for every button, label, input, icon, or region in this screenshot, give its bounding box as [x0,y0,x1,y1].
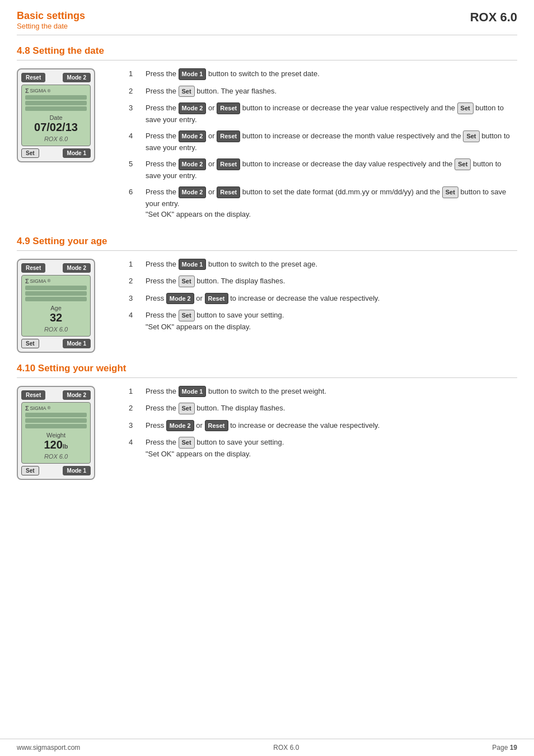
section-4.9: 4.9 Setting your ageResetMode 2Σ SIGMA®A… [17,236,517,353]
list-item: 1Press the Mode 1 button to switch to th… [129,386,517,398]
badge-set: Set [463,130,479,142]
device-display: ResetMode 2Σ SIGMA®Age32ROX 6.0SetMode 1 [17,259,95,353]
instructions-col-4.9: 1Press the Mode 1 button to switch to th… [129,259,517,353]
step-number: 1 [129,259,138,270]
step-number: 4 [129,437,138,459]
badge-set: Set [179,403,195,414]
badge-set: Set [457,102,474,114]
product-name: ROX 6.0 [470,10,517,25]
badge-set: Set [179,86,195,97]
badge-mode2: Mode 2 [179,102,207,114]
section-title: Basic settings [17,10,85,22]
screen-main-value: 120lb [44,438,68,451]
device-col-4.10: ResetMode 2Σ SIGMA®Weight120lbROX 6.0Set… [17,386,112,480]
screen-data-rows [25,95,87,111]
device-screen: Σ SIGMA®Weight120lbROX 6.0 [21,402,91,464]
device-reset-button: Reset [21,263,45,273]
device-set-button: Set [21,339,39,348]
badge-mode2: Mode 2 [179,130,207,142]
step-text: Press the Mode 1 button to switch to the… [146,259,317,270]
list-item: 2Press the Set button. The display flash… [129,403,517,414]
badge-set: Set [179,437,195,449]
step-number: 6 [129,186,138,220]
device-top-buttons: ResetMode 2 [21,263,91,273]
badge-reset: Reset [205,420,228,432]
step-number: 2 [129,86,138,97]
device-mode1-button: Mode 1 [63,148,91,158]
step-text: Press the Mode 2 or Reset button to incr… [146,158,517,181]
device-display: ResetMode 2Σ SIGMA®Date07/02/13ROX 6.0Se… [17,68,95,162]
step-text: Press the Set button. The year flashes. [146,86,277,97]
screen-row [25,291,87,296]
device-top-buttons: ResetMode 2 [21,390,91,400]
screen-row [25,106,87,111]
step-number: 5 [129,158,138,181]
step-text: Press the Set button to save your settin… [146,310,284,332]
device-mode1-button: Mode 1 [63,339,91,348]
device-mode1-button: Mode 1 [63,466,91,475]
list-item: 3Press the Mode 2 or Reset button to inc… [129,102,517,125]
instruction-list: 1Press the Mode 1 button to switch to th… [129,68,517,220]
section-subtitle: Setting the date [17,22,85,30]
page-footer: www.sigmasport.com ROX 6.0 Page 19 [0,739,534,756]
device-set-button: Set [21,466,39,475]
screen-data-rows [25,286,87,301]
screen-row [25,297,87,301]
device-col-4.8: ResetMode 2Σ SIGMA®Date07/02/13ROX 6.0Se… [17,68,112,226]
badge-mode1: Mode 1 [179,259,207,270]
list-item: 3Press Mode 2 or Reset to increase or de… [129,420,517,432]
step-text: Press the Set button to save your settin… [146,437,284,459]
footer-center: ROX 6.0 [273,744,299,752]
footer-left: www.sigmasport.com [17,744,80,752]
badge-mode2: Mode 2 [179,186,207,198]
device-mode2-button: Mode 2 [63,73,91,82]
screen-row [25,101,87,105]
step-number: 2 [129,403,138,414]
badge-set: Set [455,158,471,170]
screen-row [25,286,87,290]
device-screen: Σ SIGMA®Date07/02/13ROX 6.0 [21,85,91,146]
device-top-buttons: ResetMode 2 [21,73,91,82]
step-number: 4 [129,310,138,332]
device-reset-button: Reset [21,390,45,400]
sigma-logo: Σ SIGMA® [25,278,50,284]
header-right: ROX 6.0 [470,10,517,25]
header-divider [17,35,517,35]
step-text: Press Mode 2 or Reset to increase or dec… [146,420,380,432]
section-heading-4.8: 4.8 Setting the date [17,45,517,60]
section-4.10: 4.10 Setting your weightResetMode 2Σ SIG… [17,363,517,480]
list-item: 4Press the Mode 2 or Reset button to inc… [129,130,517,153]
list-item: 1Press the Mode 1 button to switch to th… [129,259,517,270]
device-screen: Σ SIGMA®Age32ROX 6.0 [21,275,91,337]
badge-set: Set [179,310,195,321]
badge-reset: Reset [217,130,240,142]
list-item: 2Press the Set button. The display flash… [129,276,517,287]
screen-row [25,418,87,423]
screen-data-rows [25,413,87,428]
badge-reset: Reset [205,293,228,305]
section-body-4.10: ResetMode 2Σ SIGMA®Weight120lbROX 6.0Set… [17,386,517,480]
header-left: Basic settings Setting the date [17,10,85,30]
sigma-logo: Σ SIGMA® [25,87,50,94]
screen-row [25,95,87,100]
screen-label: Age [50,305,62,311]
instruction-list: 1Press the Mode 1 button to switch to th… [129,386,517,460]
badge-mode2: Mode 2 [179,158,207,170]
device-col-4.9: ResetMode 2Σ SIGMA®Age32ROX 6.0SetMode 1 [17,259,112,353]
step-number: 2 [129,276,138,287]
sigma-logo: Σ SIGMA® [25,405,50,412]
list-item: 5Press the Mode 2 or Reset button to inc… [129,158,517,181]
device-bottom-buttons: SetMode 1 [21,148,91,158]
screen-label: Weight [46,432,65,438]
screen-sub-value: lb [63,443,68,450]
section-body-4.8: ResetMode 2Σ SIGMA®Date07/02/13ROX 6.0Se… [17,68,517,226]
step-text: Press Mode 2 or Reset to increase or dec… [146,293,380,305]
list-item: 6Press the Mode 2 or Reset button to set… [129,186,517,220]
instructions-col-4.8: 1Press the Mode 1 button to switch to th… [129,68,517,226]
screen-main-value: 32 [50,311,62,324]
badge-mode2: Mode 2 [166,420,194,432]
page-header: Basic settings Setting the date ROX 6.0 [0,0,534,35]
badge-reset: Reset [217,158,240,170]
device-mode2-button: Mode 2 [63,263,91,273]
step-text: Press the Set button. The display flashe… [146,276,285,287]
